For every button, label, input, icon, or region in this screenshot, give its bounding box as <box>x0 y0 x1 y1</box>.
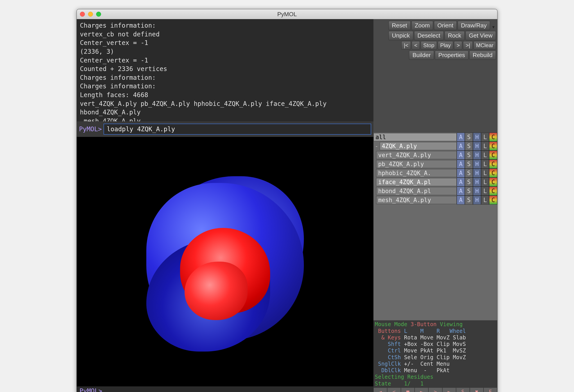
menu-arrow-icon[interactable]: ▾ <box>491 24 496 30</box>
object-row[interactable]: pb_4ZQK_A.ply ASHLC <box>373 160 497 168</box>
playbar-fwd[interactable]: > <box>428 388 442 392</box>
properties-button[interactable]: Properties <box>435 51 469 60</box>
label-button[interactable]: L <box>481 133 489 142</box>
playbar-back[interactable]: < <box>387 388 401 392</box>
object-row[interactable]: iface_4ZQK_A.pl ASHLC <box>373 178 497 187</box>
object-list: all A S H L C - 4ZQK_A.ply ASHLC <box>373 133 497 205</box>
object-row[interactable]: mesh_4ZQK_A.ply ASHLC <box>373 196 497 205</box>
movie-playbar: ◄ < ■ ► > ► S ▼ F <box>373 388 497 392</box>
command-row: PyMOL> <box>77 121 373 137</box>
show-button[interactable]: S <box>465 133 473 142</box>
object-row-all[interactable]: all A S H L C <box>373 133 497 142</box>
deselect-button[interactable]: Deselect <box>414 31 444 40</box>
next-frame-button[interactable]: > <box>454 41 462 50</box>
hide-button[interactable]: H <box>473 133 481 142</box>
titlebar: PyMOL <box>77 9 497 19</box>
command-prompt: PyMOL> <box>79 125 102 133</box>
playbar-down[interactable]: ▼ <box>470 388 484 392</box>
object-row[interactable]: vert_4ZQK_A.ply ASHLC <box>373 150 497 160</box>
playbar-s[interactable]: S <box>456 388 470 392</box>
playbar-stop[interactable]: ■ <box>401 388 415 392</box>
pymol-window: PyMOL Charges information: vertex_cb not… <box>77 9 497 392</box>
playbar-f[interactable]: F <box>484 388 497 392</box>
rebuild-button[interactable]: Rebuild <box>469 51 496 60</box>
last-frame-button[interactable]: >| <box>463 41 472 50</box>
first-frame-button[interactable]: |< <box>401 41 411 50</box>
toolbar: Reset Zoom Orient Draw/Ray ▾ Unpick Dese… <box>373 19 497 61</box>
unpick-button[interactable]: Unpick <box>389 31 413 40</box>
object-row[interactable]: - 4ZQK_A.ply ASHLC <box>373 142 497 150</box>
object-row[interactable]: hbond_4ZQK_A.pl ASHLC <box>373 187 497 196</box>
builder-button[interactable]: Builder <box>409 51 434 60</box>
getview-button[interactable]: Get View <box>466 31 496 40</box>
stop-button[interactable]: Stop <box>421 41 437 50</box>
action-button[interactable]: A <box>457 133 465 142</box>
viewer-3d[interactable] <box>77 137 373 386</box>
prev-frame-button[interactable]: < <box>412 41 420 50</box>
playbar-ff[interactable]: ► <box>442 388 456 392</box>
orient-button[interactable]: Orient <box>434 21 457 30</box>
playbar-play[interactable]: ► <box>415 388 428 392</box>
playbar-rewind[interactable]: ◄ <box>373 388 387 392</box>
bottom-prompt[interactable]: PyMOL>_ <box>77 386 373 392</box>
console-output: Charges information: vertex_cb not defin… <box>77 19 373 121</box>
object-row[interactable]: hphobic_4ZQK_A. ASHLC <box>373 168 497 178</box>
rock-button[interactable]: Rock <box>445 31 465 40</box>
mclear-button[interactable]: MClear <box>474 41 496 50</box>
reset-button[interactable]: Reset <box>389 21 410 30</box>
color-button[interactable]: C <box>489 133 497 142</box>
drawray-button[interactable]: Draw/Ray <box>458 21 490 30</box>
window-title: PyMOL <box>77 11 497 18</box>
command-input[interactable] <box>103 124 371 135</box>
mouse-mode-info: Mouse Mode 3-Button Viewing Buttons L M … <box>373 320 497 388</box>
play-button[interactable]: Play <box>438 41 453 50</box>
zoom-button[interactable]: Zoom <box>411 21 433 30</box>
